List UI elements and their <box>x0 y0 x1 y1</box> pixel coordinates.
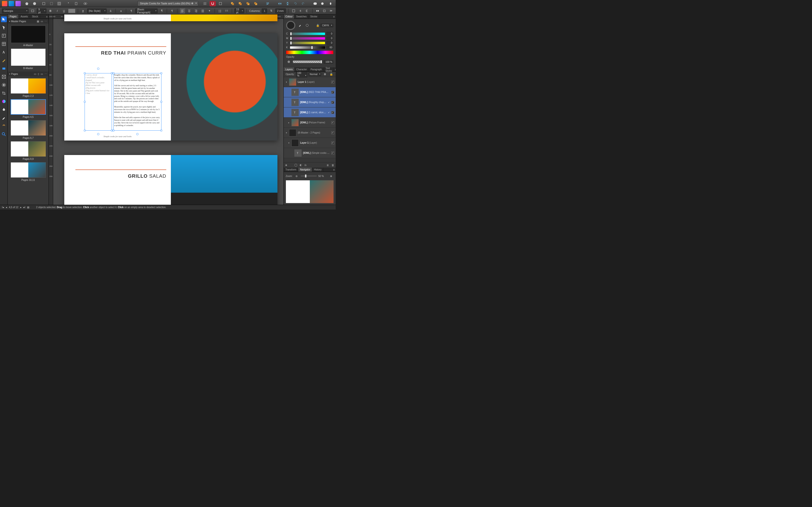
layers-panel-menu-icon[interactable]: ≡ <box>334 68 336 71</box>
canvas-area[interactable]: mm 6080100120140160180200020406080100120… <box>49 14 284 205</box>
transform-tab[interactable]: Transform <box>284 168 298 172</box>
align-right-text-icon[interactable] <box>193 8 199 13</box>
move-front-icon[interactable] <box>253 1 259 6</box>
frame-text-tool-icon[interactable]: T <box>1 33 7 39</box>
instructions-text-frame[interactable]: Roughly chop the coriander. Remove and d… <box>113 73 161 131</box>
picture-frame-tool-icon[interactable] <box>1 74 7 80</box>
spread-10-11-thumb[interactable] <box>11 162 46 178</box>
layer-settings-icon[interactable]: ✿ <box>323 72 327 77</box>
pages-more-icon[interactable]: ⋯ <box>45 72 47 75</box>
first-page-icon[interactable]: I◂ <box>2 206 4 209</box>
eyedropper-apply-icon[interactable] <box>305 23 310 28</box>
boolean-subtract-icon[interactable] <box>320 1 326 6</box>
rotate-ccw-icon[interactable] <box>292 1 298 6</box>
align-left-icon[interactable] <box>265 1 271 6</box>
spread-8-9-thumb[interactable] <box>11 141 46 157</box>
view-tool-icon[interactable] <box>1 123 7 129</box>
master-pages-header[interactable]: ▾Master Pages ▦ ▭ ⋯ <box>8 19 49 24</box>
text-colour-swatch[interactable] <box>68 9 75 13</box>
preview-mode-icon[interactable] <box>82 1 89 6</box>
master-add-icon[interactable]: ▭ <box>41 20 43 23</box>
reset-formatting-icon[interactable]: a <box>118 8 123 13</box>
opacity-slider[interactable] <box>293 61 322 63</box>
colour-wells-icon[interactable] <box>286 21 295 30</box>
align-justify-more-icon[interactable]: ▾ <box>207 8 212 13</box>
reset-para-icon[interactable]: ¶ <box>169 8 175 13</box>
character-tab[interactable]: Character <box>295 67 309 71</box>
ruler-unit-label[interactable]: mm <box>49 14 53 19</box>
a-master-thumb[interactable] <box>11 25 46 43</box>
lock-icon[interactable]: 🔒 <box>316 24 319 27</box>
align-center-text-icon[interactable] <box>187 8 192 13</box>
anchor-mode-icon[interactable] <box>73 1 79 6</box>
spread-current[interactable]: RED THAI PRAWN CURRY 1 carrot, sliced 1 … <box>64 33 277 140</box>
prev-page-icon[interactable]: ◂ <box>6 206 7 209</box>
layer-row[interactable]: T[IDML] (1 carrot, sliced ¶1 s✓ <box>284 107 336 118</box>
layers-tab[interactable]: Layers <box>284 67 295 71</box>
layer-row[interactable]: ▾Layer 1 (Layer) <box>284 138 336 148</box>
next-page-icon[interactable]: ▸ <box>20 206 21 209</box>
layer-row[interactable]: ▾Layer 1 (Layer) <box>284 77 336 87</box>
black-slider[interactable] <box>290 46 325 49</box>
affinity-publisher-icon[interactable] <box>2 1 7 6</box>
add-layer-icon[interactable]: 🗎 <box>326 164 329 167</box>
spread-previous[interactable]: Simple cooks for taste and looks <box>64 14 277 21</box>
assets-tab[interactable]: Assets <box>18 14 30 18</box>
text-frame-options-icon[interactable] <box>291 8 296 13</box>
stroke-tab[interactable]: Stroke <box>309 14 319 18</box>
nav-panel-menu-icon[interactable]: ≡ <box>332 168 336 171</box>
char-style-select[interactable]: [No Style] <box>87 8 107 13</box>
leading-field[interactable]: 15 pt <box>235 8 244 13</box>
transparency-tool-icon[interactable] <box>1 107 7 113</box>
tabs-icon[interactable] <box>315 8 320 13</box>
ligatures-icon[interactable]: fi <box>298 8 303 13</box>
colour-tab[interactable]: Colour <box>284 14 294 18</box>
pages-tab[interactable]: Pages <box>8 14 18 18</box>
para-style-select[interactable]: [Basic Paragraph] <box>135 8 158 13</box>
zoom-tool-icon[interactable] <box>1 131 7 137</box>
cyan-slider[interactable] <box>290 33 325 35</box>
opacity-value[interactable]: 100 % <box>323 60 333 64</box>
cyan-value[interactable]: 0 <box>326 32 333 36</box>
last-page-icon[interactable]: ▸I <box>23 206 26 209</box>
fwd-one-icon[interactable] <box>245 1 251 6</box>
align-left-text-icon[interactable] <box>180 8 185 13</box>
font-family-select[interactable]: Georgia <box>2 8 29 13</box>
selection-mode-c-icon[interactable] <box>56 1 62 6</box>
table-tool-icon[interactable] <box>1 41 7 47</box>
bold-button[interactable]: B <box>48 8 53 13</box>
delete-layer-icon[interactable]: 🗑 <box>332 164 334 167</box>
wrap-icon[interactable] <box>322 8 327 13</box>
navigator-tab[interactable]: Navigator <box>298 168 312 172</box>
layer-lock-icon[interactable]: 🔒 <box>329 72 334 77</box>
more-context-icon[interactable]: ≫ <box>328 8 334 13</box>
move-back-icon[interactable] <box>230 1 236 6</box>
eyedropper-icon[interactable] <box>297 23 303 28</box>
history-tab[interactable]: History <box>312 168 323 172</box>
move-tool-icon[interactable] <box>1 16 7 22</box>
boolean-intersect-icon[interactable] <box>327 1 334 6</box>
rotate-cw-icon[interactable] <box>300 1 306 6</box>
layer-row[interactable]: ▾ (B-Master - 2 Pages) <box>284 128 336 138</box>
selection-mode-a-icon[interactable] <box>41 1 47 6</box>
layer-row[interactable]: ▸[IDML] (Picture Frame) <box>284 118 336 128</box>
fx-icon[interactable]: fx <box>305 164 307 167</box>
blend-mode-select[interactable]: Normal <box>309 72 321 76</box>
baseline-grid-icon[interactable] <box>202 1 208 6</box>
flip-v-icon[interactable] <box>285 1 291 6</box>
yellow-slider[interactable] <box>290 42 325 44</box>
document-title-dropdown[interactable]: Simple Cooks for Taste and Looks (50.0%)… <box>137 1 198 6</box>
navigator-preview[interactable] <box>286 180 334 203</box>
stock-tab[interactable]: Stock <box>30 14 40 18</box>
rectangle-tool-icon[interactable] <box>1 66 7 71</box>
pages-add-icon[interactable]: ▭ <box>41 72 43 75</box>
boolean-add-icon[interactable] <box>312 1 318 6</box>
pen-tool-icon[interactable] <box>1 57 7 63</box>
layer-fx-a-icon[interactable]: ◈ <box>285 163 287 167</box>
gutter-field[interactable]: 2 mm <box>275 8 286 13</box>
recipe-title[interactable]: RED THAI PRAWN CURRY <box>75 46 166 56</box>
polygon-icon[interactable] <box>24 1 30 6</box>
page-list-icon[interactable]: ▤ <box>27 206 29 209</box>
blob-icon[interactable] <box>32 1 38 6</box>
clip-canvas-icon[interactable] <box>217 1 223 6</box>
